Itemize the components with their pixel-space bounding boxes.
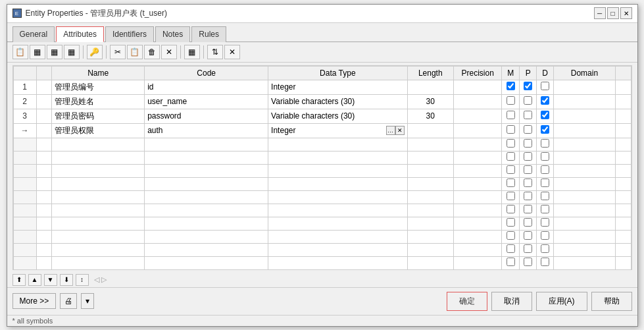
row-d-cell[interactable]: [537, 94, 554, 109]
toolbar-btn-copy[interactable]: 📋: [127, 45, 143, 59]
empty-code[interactable]: [145, 138, 268, 151]
d-checkbox[interactable]: [541, 82, 549, 90]
empty-length[interactable]: [407, 230, 453, 243]
row-m-cell[interactable]: [502, 123, 520, 138]
empty-d-checkbox[interactable]: [541, 179, 549, 187]
empty-length[interactable]: [407, 151, 453, 164]
row-code-cell[interactable]: password: [145, 109, 268, 123]
empty-m-checkbox[interactable]: [507, 165, 515, 174]
row-d-cell[interactable]: [537, 123, 554, 138]
empty-datatype[interactable]: [268, 217, 407, 230]
empty-datatype[interactable]: [268, 138, 407, 151]
empty-datatype[interactable]: [268, 204, 407, 217]
empty-d[interactable]: [537, 151, 554, 164]
empty-m-checkbox[interactable]: [507, 258, 515, 266]
empty-m[interactable]: [502, 138, 520, 151]
empty-name[interactable]: [52, 243, 145, 256]
row-length-cell[interactable]: [407, 80, 453, 94]
toolbar-btn-filter[interactable]: ✕: [224, 45, 240, 59]
row-p-cell[interactable]: [520, 80, 537, 94]
d-checkbox[interactable]: [541, 111, 549, 119]
empty-precision[interactable]: [454, 243, 502, 256]
empty-code[interactable]: [145, 190, 268, 204]
row-m-cell[interactable]: [502, 80, 520, 94]
empty-p-checkbox[interactable]: [524, 205, 532, 213]
empty-p[interactable]: [520, 269, 537, 270]
empty-m-checkbox[interactable]: [507, 231, 515, 240]
empty-p-checkbox[interactable]: [524, 165, 532, 174]
empty-code[interactable]: [145, 177, 268, 190]
empty-domain[interactable]: [553, 204, 615, 217]
empty-m-checkbox[interactable]: [507, 139, 515, 148]
empty-name[interactable]: [52, 164, 145, 177]
datatype-ellipsis-btn[interactable]: …: [386, 126, 395, 135]
empty-p[interactable]: [520, 138, 537, 151]
scroll-move-btn[interactable]: ↕: [76, 274, 89, 286]
toolbar-btn-delete[interactable]: 🗑: [144, 45, 160, 59]
empty-name[interactable]: [52, 151, 145, 164]
empty-precision[interactable]: [454, 151, 502, 164]
empty-precision[interactable]: [454, 164, 502, 177]
empty-domain[interactable]: [553, 138, 615, 151]
tab-general[interactable]: General: [12, 26, 55, 42]
empty-code[interactable]: [145, 151, 268, 164]
m-checkbox[interactable]: [507, 82, 515, 90]
empty-datatype[interactable]: [268, 151, 407, 164]
empty-p[interactable]: [520, 151, 537, 164]
row-p-cell[interactable]: [520, 123, 537, 138]
empty-precision[interactable]: [454, 138, 502, 151]
empty-code[interactable]: [145, 243, 268, 256]
row-m-cell[interactable]: [502, 109, 520, 123]
datatype-clear-btn[interactable]: ✕: [395, 126, 405, 135]
toolbar-btn-4[interactable]: ▦: [64, 45, 80, 59]
p-checkbox[interactable]: [524, 111, 532, 119]
empty-datatype[interactable]: [268, 243, 407, 256]
empty-p[interactable]: [520, 177, 537, 190]
empty-p[interactable]: [520, 243, 537, 256]
toolbar-btn-close[interactable]: ✕: [161, 45, 177, 59]
row-name-cell[interactable]: 管理员密码: [52, 109, 145, 123]
empty-d-checkbox[interactable]: [541, 244, 549, 253]
empty-p-checkbox[interactable]: [524, 192, 532, 200]
empty-m-checkbox[interactable]: [507, 152, 515, 161]
empty-domain[interactable]: [553, 217, 615, 230]
empty-m[interactable]: [502, 256, 520, 269]
row-datatype-cell[interactable]: Variable characters (30): [268, 109, 407, 123]
empty-p[interactable]: [520, 190, 537, 204]
tab-rules[interactable]: Rules: [191, 26, 226, 42]
empty-name[interactable]: [52, 177, 145, 190]
empty-d-checkbox[interactable]: [541, 205, 549, 213]
empty-domain[interactable]: [553, 230, 615, 243]
empty-domain[interactable]: [553, 256, 615, 269]
row-name-cell[interactable]: 管理员姓名: [52, 94, 145, 109]
empty-code[interactable]: [145, 164, 268, 177]
d-checkbox[interactable]: [541, 96, 549, 105]
empty-p[interactable]: [520, 256, 537, 269]
empty-m[interactable]: [502, 151, 520, 164]
row-d-cell[interactable]: [537, 109, 554, 123]
empty-datatype[interactable]: [268, 269, 407, 270]
row-datatype-cell[interactable]: Integer…✕: [268, 123, 407, 138]
d-checkbox[interactable]: [541, 125, 549, 134]
empty-d-checkbox[interactable]: [541, 218, 549, 227]
row-code-cell[interactable]: id: [145, 80, 268, 94]
empty-d[interactable]: [537, 190, 554, 204]
row-code-cell[interactable]: user_name: [145, 94, 268, 109]
m-checkbox[interactable]: [507, 111, 515, 119]
empty-name[interactable]: [52, 256, 145, 269]
toolbar-btn-sort[interactable]: ⇅: [207, 45, 223, 59]
empty-precision[interactable]: [454, 217, 502, 230]
minimize-button[interactable]: ─: [594, 7, 606, 19]
empty-m-checkbox[interactable]: [507, 218, 515, 227]
empty-domain[interactable]: [553, 243, 615, 256]
row-length-cell[interactable]: 30: [407, 109, 453, 123]
empty-d[interactable]: [537, 243, 554, 256]
empty-length[interactable]: [407, 256, 453, 269]
empty-d[interactable]: [537, 177, 554, 190]
empty-datatype[interactable]: [268, 230, 407, 243]
empty-length[interactable]: [407, 269, 453, 270]
empty-m[interactable]: [502, 230, 520, 243]
empty-m-checkbox[interactable]: [507, 192, 515, 200]
empty-name[interactable]: [52, 269, 145, 270]
empty-m[interactable]: [502, 164, 520, 177]
